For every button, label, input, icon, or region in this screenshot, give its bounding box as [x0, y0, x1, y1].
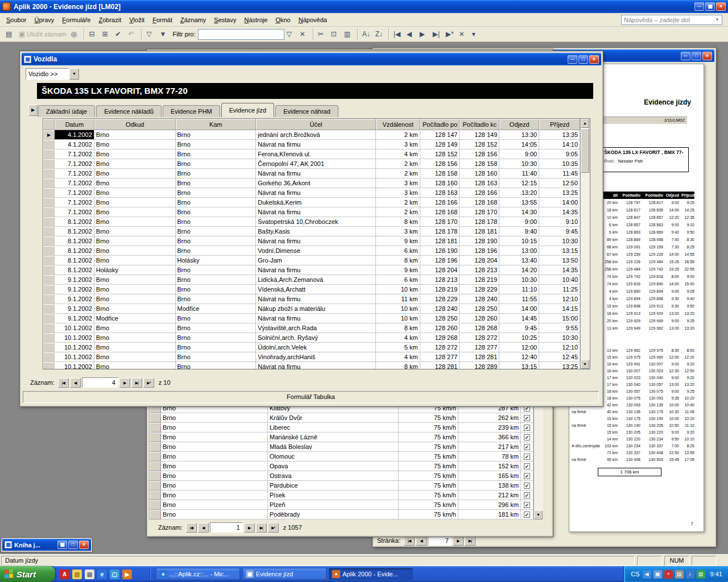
row-selector[interactable] [150, 510, 161, 519]
cell[interactable]: Holásky [94, 265, 176, 275]
cell[interactable]: 13:35 [539, 130, 580, 140]
cell[interactable]: 11:40 [499, 169, 539, 178]
filter-by-selection-button[interactable]: ▼ [157, 28, 170, 40]
cell[interactable]: 128 277 [460, 343, 499, 352]
cell[interactable]: 11 km [376, 294, 420, 304]
cell[interactable]: 128 152 [460, 140, 499, 149]
cell[interactable]: Opava [268, 462, 399, 471]
cell[interactable]: 4 km [376, 352, 420, 362]
row-selector[interactable] [150, 462, 161, 471]
cell[interactable]: 128 229 [420, 294, 460, 304]
cell[interactable]: Dukelská,Kerim [256, 198, 376, 207]
cell[interactable]: 6 km [376, 246, 420, 256]
cell[interactable]: Brno [161, 510, 268, 519]
chevron-down-icon[interactable]: ▼ [69, 68, 79, 80]
menu-item-vložit[interactable]: Vložit [125, 15, 148, 25]
cell[interactable]: Brno [176, 352, 257, 362]
find-button[interactable]: ◎ [68, 28, 81, 40]
cell[interactable]: Bašty,Kasis [256, 227, 376, 236]
cell[interactable]: 13:50 [539, 256, 580, 265]
cell[interactable]: 128 240 [420, 304, 460, 314]
menu-item-soubor[interactable]: Soubor [2, 15, 30, 25]
cell[interactable]: Brno [94, 178, 176, 188]
row-selector[interactable] [43, 159, 55, 169]
checkbox-icon[interactable]: ✔ [524, 483, 530, 489]
cell[interactable]: Návrat na firmu [256, 236, 376, 246]
cell[interactable]: 128 190 [460, 236, 499, 246]
cell[interactable]: 128 149 [460, 130, 499, 140]
next-record-button[interactable]: ▶ [417, 28, 431, 40]
cell[interactable]: 128 170 [460, 207, 499, 217]
cell[interactable]: 5 km [376, 343, 420, 352]
cell[interactable]: 239 km [458, 423, 521, 433]
cell[interactable]: 7.1.2002 [55, 188, 94, 198]
cell[interactable]: 11:45 [539, 169, 580, 178]
cell[interactable]: Brno [161, 490, 268, 500]
cell[interactable]: 9:00 [499, 149, 539, 159]
cell[interactable]: 2 km [376, 159, 420, 169]
previous-record-button[interactable]: ◀ [416, 536, 427, 546]
new-record-button[interactable]: ▶* [444, 28, 457, 40]
column-header-1[interactable]: Odkud [94, 119, 176, 130]
cell[interactable]: 13:25 [539, 188, 580, 198]
cell[interactable]: 8.1.2002 [55, 246, 94, 256]
cell[interactable]: 128 168 [420, 207, 460, 217]
cell[interactable]: 2 km [376, 130, 420, 140]
cell[interactable]: 10.1.2002 [55, 323, 94, 333]
cell[interactable]: Brno [176, 294, 257, 304]
column-header-5[interactable]: Počítadlo po [420, 119, 460, 130]
cell[interactable]: Gro-Jam [256, 256, 376, 265]
cell[interactable]: 12:10 [539, 294, 580, 304]
cell[interactable]: 128 166 [460, 188, 499, 198]
cell[interactable]: 13:30 [499, 130, 539, 140]
taskbar-task[interactable]: e...::Aplik.cz::... - Mic... [156, 568, 240, 580]
cell[interactable]: 10.1.2002 [55, 362, 94, 369]
cell[interactable]: Nákup zboží a materiálu [256, 304, 376, 314]
cell[interactable]: 128 158 [420, 169, 460, 178]
column-header-2[interactable]: Kam [176, 119, 257, 130]
cell[interactable]: Holásky [176, 256, 257, 265]
copy-button[interactable]: ⊡ [329, 28, 342, 40]
cell[interactable]: Brno [176, 314, 257, 323]
cell[interactable]: Svatopetrská 10,Chroboczek [256, 217, 376, 227]
volume-icon[interactable]: ♪ [686, 570, 694, 579]
row-selector[interactable] [43, 333, 55, 343]
help-search-box[interactable]: Nápověda – zadejte dot ▼ [621, 15, 722, 25]
cell[interactable]: 13:55 [499, 198, 539, 207]
cell[interactable]: Brno [94, 130, 176, 140]
cell[interactable]: Brno [176, 169, 257, 178]
row-selector[interactable] [43, 198, 55, 207]
cell[interactable]: 9.1.2002 [55, 314, 94, 323]
row-selector[interactable] [43, 169, 55, 178]
row-selector[interactable] [150, 413, 161, 423]
cell[interactable]: 13:40 [499, 256, 539, 265]
row-selector[interactable] [43, 362, 55, 369]
minimize-button[interactable]: ─ [568, 55, 577, 64]
cell[interactable]: Brno [94, 323, 176, 333]
maximize-button[interactable]: □ [578, 55, 588, 64]
cell[interactable]: 14:20 [499, 265, 539, 275]
checkbox-icon[interactable]: ✔ [524, 492, 530, 498]
cell[interactable]: 12:15 [499, 178, 539, 188]
printer-icon[interactable]: ▤ [675, 570, 684, 579]
hide-icons-icon[interactable]: ◀ [643, 570, 651, 579]
cell[interactable]: 10:15 [499, 236, 539, 246]
previous-record-button[interactable]: ◀ [198, 523, 209, 533]
cell[interactable]: 78 km [458, 452, 521, 462]
checkbox-icon[interactable]: ✔ [524, 425, 530, 431]
cell[interactable]: jednání arch.Brožková [256, 130, 376, 140]
grid-vertical-scrollbar[interactable]: ▲ ▼ [580, 119, 590, 369]
restore-button[interactable]: ▣ [57, 541, 67, 549]
delete-record-button[interactable]: ✕ [457, 28, 470, 40]
paste-button[interactable]: ▥ [342, 28, 355, 40]
cell[interactable]: 75 km/h [399, 452, 458, 462]
cell[interactable]: Návrat na firmu [256, 314, 376, 323]
start-button[interactable]: Start [0, 566, 55, 582]
cell[interactable]: ✔ [521, 462, 533, 471]
cell[interactable]: 8.1.2002 [55, 227, 94, 236]
cell[interactable]: Brno [161, 433, 268, 442]
cell[interactable]: 14:15 [539, 304, 580, 314]
row-selector[interactable] [150, 452, 161, 462]
cell[interactable]: 9:40 [499, 227, 539, 236]
spelling-button[interactable]: ✔ [113, 28, 126, 40]
